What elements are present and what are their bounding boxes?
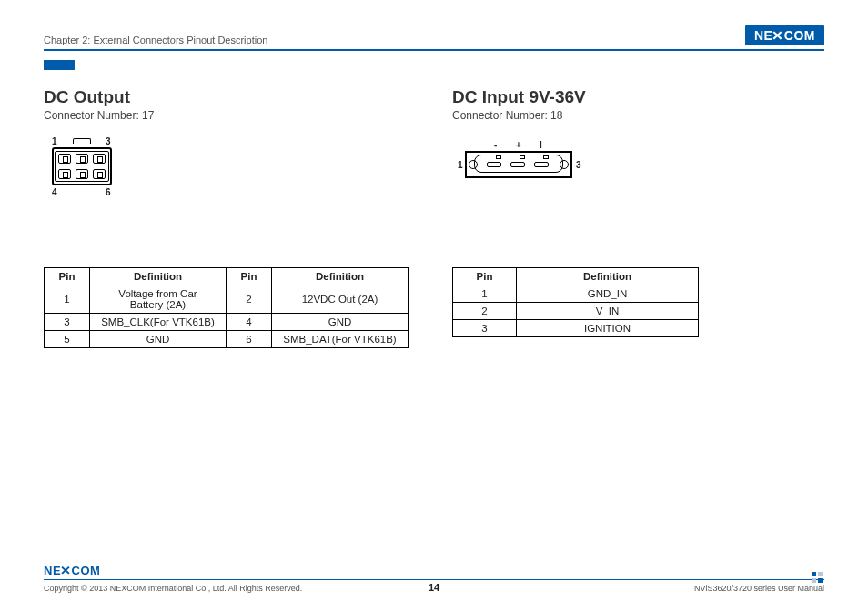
nexcom-logo: NE✕COM	[745, 25, 824, 45]
header-rule	[44, 49, 824, 51]
dc-output-pin-label-6: 6	[106, 187, 111, 197]
dc-output-pin-label-4: 4	[52, 187, 57, 197]
chapter-title: Chapter 2: External Connectors Pinout De…	[44, 35, 267, 45]
dc-output-connector-number: Connector Number: 17	[44, 109, 416, 122]
dc-output-title: DC Output	[44, 87, 416, 107]
th-def2: Definition	[272, 268, 409, 285]
page-footer: NE✕COM Copyright © 2013 NEXCOM Internati…	[44, 562, 824, 594]
dc-input-pin-label-1: 1	[458, 160, 463, 170]
th-pin: Pin	[453, 268, 517, 285]
footer-rule	[44, 579, 824, 581]
page-header: Chapter 2: External Connectors Pinout De…	[44, 24, 824, 45]
th-pin2: Pin	[227, 268, 272, 285]
table-row: 1 Voltage from Car Battery (2A) 2 12VDC …	[45, 285, 409, 314]
th-def: Definition	[90, 268, 227, 285]
th-pin: Pin	[45, 268, 90, 285]
content-area: DC Output Connector Number: 17 1 3 4 6 P…	[44, 87, 824, 348]
table-row: 3 SMB_CLK(For VTK61B) 4 GND	[45, 314, 409, 331]
dc-input-ign-label: I	[540, 140, 542, 150]
dc-output-pin-label-3: 3	[106, 136, 111, 146]
copyright-text: Copyright © 2013 NEXCOM International Co…	[44, 584, 302, 593]
table-row: 3IGNITION	[453, 320, 699, 337]
page-number: 14	[429, 582, 439, 593]
dc-output-table: Pin Definition Pin Definition 1 Voltage …	[44, 267, 409, 348]
table-row: 1GND_IN	[453, 285, 699, 303]
footer-squares-icon	[812, 572, 824, 585]
header-tab	[44, 60, 75, 70]
dc-input-pin-label-3: 3	[576, 160, 581, 170]
table-header-row: Pin Definition	[453, 268, 699, 285]
dc-output-section: DC Output Connector Number: 17 1 3 4 6 P…	[44, 87, 416, 348]
dc-input-title: DC Input 9V-36V	[452, 87, 824, 107]
table-row: 2V_IN	[453, 303, 699, 320]
dc-input-section: DC Input 9V-36V Connector Number: 18 1 3…	[452, 87, 824, 348]
dc-input-plus-label: +	[516, 140, 521, 150]
table-header-row: Pin Definition Pin Definition	[45, 268, 409, 285]
manual-name: NViS3620/3720 series User Manual	[694, 584, 824, 593]
dc-output-pin-label-1: 1	[52, 136, 57, 146]
dc-input-diagram: 1 3 - + I	[452, 140, 824, 231]
table-row: 5 GND 6 SMB_DAT(For VTK61B)	[45, 331, 409, 348]
dc-output-diagram: 1 3 4 6	[44, 140, 416, 231]
dc-input-table: Pin Definition 1GND_IN 2V_IN 3IGNITION	[452, 267, 699, 337]
th-def: Definition	[517, 268, 699, 285]
dc-input-minus-label: -	[494, 140, 497, 150]
dc-input-connector-number: Connector Number: 18	[452, 109, 824, 122]
footer-nexcom-logo: NE✕COM	[44, 564, 100, 577]
